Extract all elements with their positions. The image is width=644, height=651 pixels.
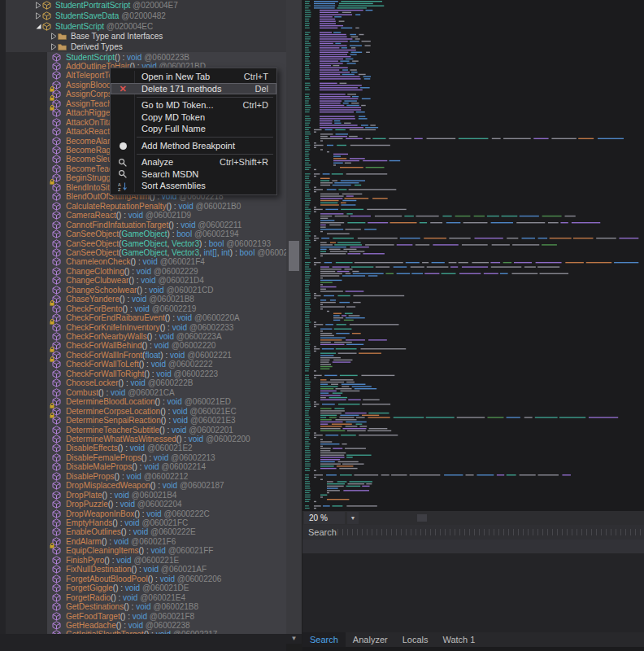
method-icon — [52, 556, 61, 565]
menu-item-sort-assemblies[interactable]: AZSort Assemblies — [111, 180, 276, 192]
method-icon — [52, 378, 61, 387]
class-icon — [42, 11, 51, 20]
method-icon — [52, 155, 61, 164]
zoom-dropdown-button[interactable]: ▼ — [347, 512, 359, 524]
expander-icon[interactable] — [50, 43, 58, 50]
search-results-area[interactable] — [302, 553, 644, 632]
folder-icon — [58, 42, 67, 51]
method-icon — [52, 369, 61, 378]
scrollbar-down-arrow-icon[interactable]: ▼ — [286, 634, 302, 644]
method-icon — [52, 509, 61, 518]
tree-node-label: Derived Types — [71, 42, 123, 51]
menu-item-open-in-new-tab[interactable]: Open in New TabCtrl+T — [111, 71, 276, 83]
method-icon — [52, 71, 61, 80]
method-signature: EmptyHands() : void @060021FC — [66, 518, 188, 527]
tab-locals[interactable]: Locals — [395, 632, 436, 647]
tree-vertical-scrollbar[interactable] — [286, 0, 302, 634]
search-input[interactable] — [302, 540, 644, 553]
method-icon — [52, 127, 61, 136]
menu-item-add-method-breakpoint[interactable]: Add Method Breakpoint — [111, 140, 276, 152]
method-signature: Combust() : void @060021CA — [66, 388, 175, 397]
menu-item-go-to-md-token[interactable]: Go to MD Token...Ctrl+D — [111, 99, 276, 111]
method-icon — [52, 602, 61, 611]
code-editor[interactable] — [302, 0, 644, 511]
expander-icon[interactable] — [35, 12, 42, 20]
method-icon — [52, 239, 61, 248]
editor-zoom-bar: 20 % ▼ — [302, 511, 644, 525]
method-signature: FinishPyro() : void @0600221E — [66, 556, 179, 565]
method-icon — [52, 388, 61, 397]
method-icon — [52, 462, 61, 471]
magnifier-icon — [116, 157, 129, 168]
expander-icon[interactable] — [35, 23, 42, 30]
expander-expanded-icon — [35, 23, 42, 30]
expander-icon[interactable] — [35, 2, 42, 9]
method-signature: EndAlarm() : void @060021F6 — [66, 537, 176, 546]
dnspy-window: StudentPortraitScript @020004E7StudentSa… — [0, 0, 644, 651]
method-icon — [52, 453, 61, 462]
menu-item-copy-full-name[interactable]: Copy Full Name — [111, 123, 276, 135]
menu-item-label: Copy MD Token — [141, 112, 205, 122]
method-signature: CheckForWallInFront(float) : void @06002… — [66, 351, 232, 360]
method-signature: GetFoodTarget() : void @060021F8 — [66, 612, 194, 621]
method-icon — [52, 388, 61, 397]
method-signature: DropMisplacedWeapon() : void @06002187 — [66, 481, 224, 490]
method-icon — [52, 527, 61, 536]
method-signature: DisableEffects() : void @060021E2 — [66, 443, 193, 452]
folder-icon — [58, 42, 67, 51]
method-signature: CameraReact() : void @060021D9 — [66, 211, 191, 220]
method-signature: ForgetRadio() : void @060021E4 — [66, 593, 185, 602]
method-icon — [52, 612, 61, 621]
zoom-level-value[interactable]: 20 % — [304, 512, 345, 524]
breakpoint-icon — [116, 141, 129, 151]
method-signature: DetermineCorpseLocation() : void @060021… — [66, 407, 237, 416]
method-icon — [52, 211, 61, 220]
menu-item-analyze[interactable]: AnalyzeCtrl+Shift+R — [111, 156, 276, 168]
menu-item-label: Sort Assemblies — [141, 181, 206, 190]
search-panel-header: Search — [302, 525, 644, 540]
tab-analyzer[interactable]: Analyzer — [346, 632, 395, 647]
tab-watch-1[interactable]: Watch 1 — [435, 632, 482, 647]
method-icon — [52, 304, 61, 313]
horizontal-scrollbar-thumb[interactable] — [417, 514, 427, 522]
menu-item-shortcut: Ctrl+Shift+R — [220, 157, 268, 167]
folder-icon — [58, 32, 67, 41]
method-icon — [52, 583, 61, 592]
menu-separator — [137, 97, 273, 98]
method-icon — [52, 267, 61, 276]
method-icon — [52, 164, 61, 173]
folder-icon — [58, 32, 67, 41]
method-signature: CheckForWallToRight() : void @06002223 — [66, 369, 218, 378]
magnifier-icon — [116, 169, 129, 180]
method-signature: CalculateReputationPenalty() : void @060… — [66, 202, 241, 211]
method-icon — [52, 443, 61, 452]
method-icon — [52, 248, 61, 257]
method-icon — [52, 546, 61, 555]
delete-x-icon: ✕ — [116, 84, 129, 94]
method-signature: ChooseLocker() : void @0600222B — [66, 378, 193, 387]
sort-az-icon: AZ — [118, 181, 128, 191]
scrollbar-thumb[interactable] — [289, 241, 299, 271]
menu-item-label: Search MSDN — [141, 169, 198, 179]
tab-search[interactable]: Search — [302, 632, 346, 647]
method-icon — [52, 481, 61, 490]
method-icon — [52, 239, 61, 248]
method-icon — [52, 127, 61, 136]
method-signature: CheckForWallToLeft() : void @06002222 — [66, 360, 212, 369]
method-icon — [52, 229, 61, 238]
magnifier-icon — [118, 169, 128, 179]
method-icon — [52, 378, 61, 387]
expander-collapsed-icon — [35, 12, 42, 20]
expander-collapsed-icon — [35, 2, 42, 9]
menu-item-copy-md-token[interactable]: Copy MD Token — [111, 111, 276, 124]
method-icon — [52, 286, 61, 295]
method-icon — [52, 472, 61, 481]
method-icon — [52, 556, 61, 565]
expander-icon[interactable] — [50, 33, 58, 40]
menu-item-delete-171-methods[interactable]: ✕Delete 171 methodsDel — [111, 83, 276, 95]
method-signature: StudentScript() : void @0600223B — [66, 53, 189, 62]
method-icon — [52, 276, 61, 285]
menu-item-search-msdn[interactable]: Search MSDN — [111, 168, 276, 181]
method-icon — [52, 565, 61, 574]
method-icon — [52, 286, 61, 295]
